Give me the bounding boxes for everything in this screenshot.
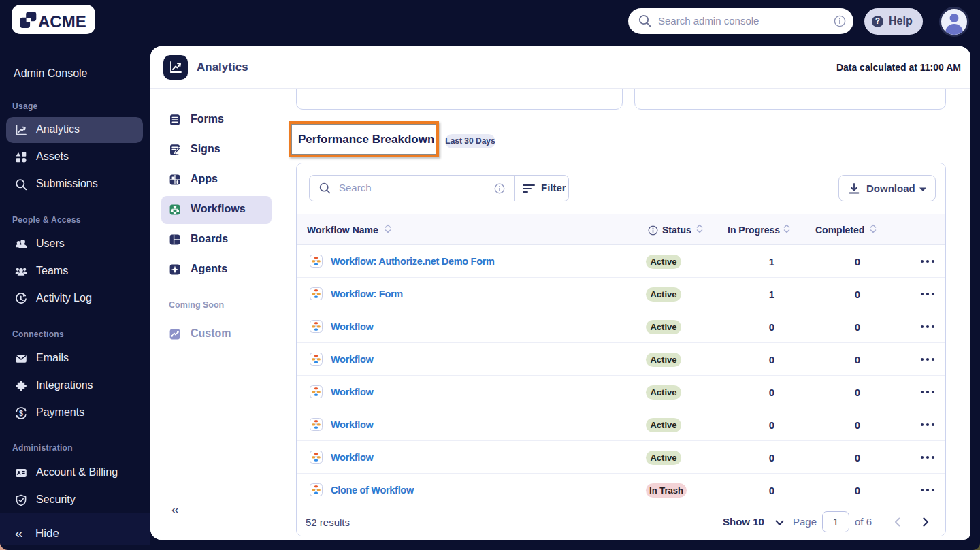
svg-text:$: $ <box>19 409 23 417</box>
